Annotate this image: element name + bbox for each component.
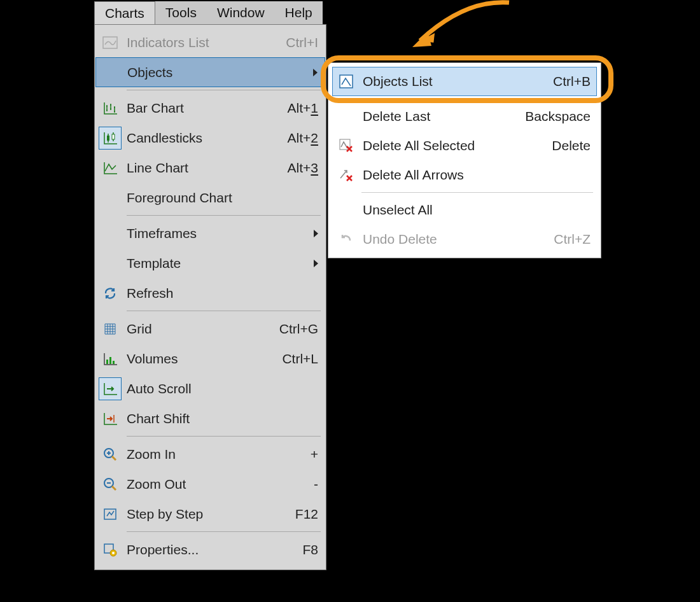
menu-item-shortcut: F8 (302, 542, 318, 557)
menu-item-timeframes[interactable]: Timeframes (95, 218, 326, 248)
menu-item-candlesticks[interactable]: Candlesticks Alt+2 (95, 123, 326, 153)
svg-rect-3 (106, 360, 108, 364)
svg-rect-1 (107, 136, 109, 141)
menu-item-label: Timeframes (127, 226, 307, 241)
submenu-item-delete-all-selected[interactable]: Delete All Selected Delete (332, 131, 597, 160)
submenu-item-shortcut: Ctrl+Z (554, 232, 591, 247)
auto-scroll-icon (99, 377, 122, 400)
menu-item-objects[interactable]: Objects (95, 57, 325, 87)
menubar-item-charts[interactable]: Charts (94, 1, 155, 24)
menu-item-label: Zoom Out (127, 477, 314, 492)
menu-item-foreground-chart[interactable]: Foreground Chart (95, 183, 326, 213)
menu-item-shortcut: + (311, 447, 318, 462)
zoom-out-icon (99, 473, 122, 496)
submenu-item-delete-all-arrows[interactable]: Delete All Arrows (332, 160, 597, 190)
submenu-arrow-icon (313, 69, 318, 76)
menu-item-zoom-in[interactable]: Zoom In + (95, 439, 326, 469)
menu-item-shortcut: Alt+3 (288, 160, 318, 176)
menu-item-shortcut: F12 (295, 507, 318, 522)
menu-item-label: Candlesticks (127, 130, 288, 146)
submenu-item-undo-delete[interactable]: Undo Delete Ctrl+Z (332, 225, 597, 254)
chart-shift-icon (99, 407, 122, 430)
submenu-item-label: Unselect All (363, 202, 591, 218)
submenu-item-delete-last[interactable]: Delete Last Backspace (332, 102, 597, 131)
svg-rect-8 (104, 509, 116, 519)
delete-arrows-icon (335, 164, 358, 186)
menu-item-label: Bar Chart (127, 101, 288, 116)
menu-item-label: Line Chart (127, 160, 288, 176)
menu-separator (127, 90, 321, 90)
menu-item-shortcut: Ctrl+I (286, 35, 318, 50)
blank-icon (99, 61, 122, 84)
submenu-item-label: Delete All Selected (363, 138, 552, 153)
menu-item-label: Refresh (127, 286, 318, 301)
zoom-in-icon (99, 443, 122, 466)
menu-item-shortcut: Ctrl+G (279, 321, 318, 337)
menu-item-shortcut: Alt+1 (288, 101, 318, 116)
menu-item-auto-scroll[interactable]: Auto Scroll (95, 374, 326, 403)
blank-icon (335, 105, 358, 128)
menubar: Charts Tools Window Help (94, 1, 323, 24)
menu-item-bar-chart[interactable]: Bar Chart Alt+1 (95, 93, 326, 123)
menu-item-label: Step by Step (127, 507, 295, 522)
menu-item-label: Properties... (127, 542, 302, 557)
menu-item-template[interactable]: Template (95, 248, 326, 278)
menu-item-label: Foreground Chart (127, 190, 318, 206)
menu-separator (127, 215, 321, 216)
menu-separator (127, 311, 321, 311)
menu-item-label: Volumes (127, 351, 282, 367)
objects-list-icon (335, 70, 358, 93)
menubar-item-help[interactable]: Help (275, 1, 323, 24)
menu-item-label: Indicators List (127, 35, 286, 50)
step-by-step-icon (99, 503, 122, 526)
menu-item-label: Template (127, 256, 307, 271)
menu-item-grid[interactable]: Grid Ctrl+G (95, 314, 326, 344)
menu-item-properties[interactable]: Properties... F8 (95, 535, 326, 564)
menubar-item-tools[interactable]: Tools (155, 1, 207, 24)
menu-item-label: Auto Scroll (127, 381, 318, 396)
blank-icon (335, 199, 358, 221)
submenu-item-objects-list[interactable]: Objects List Ctrl+B (332, 67, 597, 96)
grid-icon (99, 318, 122, 340)
blank-icon (99, 186, 122, 209)
svg-rect-2 (112, 134, 115, 139)
menu-item-label: Chart Shift (127, 411, 318, 426)
menu-item-zoom-out[interactable]: Zoom Out - (95, 469, 326, 499)
blank-icon (99, 252, 122, 275)
menu-item-volumes[interactable]: Volumes Ctrl+L (95, 344, 326, 374)
candlesticks-icon (99, 127, 122, 150)
menu-item-label: Zoom In (127, 447, 311, 462)
charts-dropdown: Indicators List Ctrl+I Objects Bar Chart… (94, 24, 326, 570)
submenu-item-shortcut: Ctrl+B (553, 74, 591, 89)
menu-item-chart-shift[interactable]: Chart Shift (95, 403, 326, 433)
submenu-item-label: Delete All Arrows (363, 167, 591, 183)
volumes-icon (99, 347, 122, 370)
submenu-item-label: Delete Last (363, 109, 525, 124)
line-chart-icon (99, 157, 122, 179)
delete-selected-icon (335, 134, 358, 157)
menu-item-shortcut: - (314, 477, 318, 492)
menu-item-indicators-list[interactable]: Indicators List Ctrl+I (95, 27, 326, 57)
blank-icon (99, 222, 122, 245)
svg-point-11 (112, 552, 115, 554)
bar-chart-icon (99, 97, 122, 120)
menu-item-step-by-step[interactable]: Step by Step F12 (95, 499, 326, 529)
menu-item-refresh[interactable]: Refresh (95, 278, 326, 308)
menu-separator (127, 436, 321, 437)
submenu-item-unselect-all[interactable]: Unselect All (332, 195, 597, 225)
menu-item-label: Objects (127, 65, 307, 80)
objects-submenu: Objects List Ctrl+B Delete Last Backspac… (328, 62, 601, 258)
menubar-item-window[interactable]: Window (207, 1, 275, 24)
menu-item-line-chart[interactable]: Line Chart Alt+3 (95, 153, 326, 183)
svg-rect-4 (109, 357, 111, 364)
submenu-item-label: Objects List (363, 74, 553, 89)
submenu-item-shortcut: Delete (552, 138, 591, 153)
refresh-icon (99, 282, 122, 305)
indicators-list-icon (99, 31, 122, 54)
submenu-separator (361, 99, 593, 99)
menu-separator (127, 531, 321, 532)
submenu-arrow-icon (314, 260, 318, 267)
menu-item-shortcut: Ctrl+L (282, 351, 318, 367)
submenu-item-shortcut: Backspace (525, 109, 591, 124)
submenu-arrow-icon (314, 230, 318, 237)
